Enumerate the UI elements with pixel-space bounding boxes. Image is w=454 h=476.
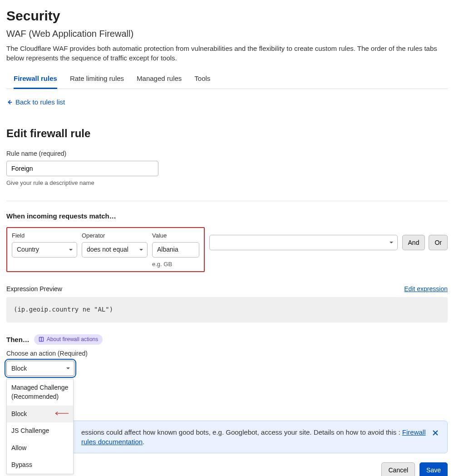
rule-name-label: Rule name (required) bbox=[6, 149, 448, 159]
close-icon bbox=[432, 429, 439, 436]
action-option-bypass[interactable]: Bypass bbox=[7, 456, 73, 474]
action-option-managed-challenge[interactable]: Managed Challenge (Recommended) bbox=[7, 379, 73, 405]
value-example: e.g. GB bbox=[152, 260, 199, 268]
annotation-arrow-icon bbox=[53, 410, 69, 419]
edit-expression-link[interactable]: Edit expression bbox=[404, 285, 448, 294]
or-button[interactable]: Or bbox=[429, 235, 448, 250]
cancel-button[interactable]: Cancel bbox=[381, 462, 415, 476]
page-description: The Cloudflare WAF provides both automat… bbox=[6, 44, 447, 63]
rule-name-help: Give your rule a descriptive name bbox=[6, 179, 448, 187]
save-button[interactable]: Save bbox=[419, 462, 448, 476]
field-label: Field bbox=[12, 232, 77, 240]
action-dropdown: Managed Challenge (Recommended) Block JS… bbox=[6, 379, 74, 474]
and-button[interactable]: And bbox=[402, 235, 425, 250]
expression-preview-label: Expression Preview bbox=[6, 285, 62, 294]
back-to-rules-link[interactable]: Back to rules list bbox=[6, 97, 65, 107]
chevron-down-icon bbox=[139, 248, 143, 252]
field-select[interactable]: Country bbox=[12, 242, 77, 258]
page-title: Security bbox=[6, 6, 448, 25]
tab-firewall-rules[interactable]: Firewall rules bbox=[14, 70, 57, 89]
value-label: Value bbox=[152, 232, 199, 240]
arrow-left-icon bbox=[6, 99, 13, 105]
banner-close-button[interactable] bbox=[430, 427, 441, 441]
back-link-label: Back to rules list bbox=[15, 97, 65, 107]
action-option-js-challenge[interactable]: JS Challenge bbox=[7, 422, 73, 440]
then-heading: Then… bbox=[6, 335, 30, 344]
tabs-bar: Firewall rules Rate limiting rules Manag… bbox=[6, 70, 448, 89]
value-select[interactable]: Albania bbox=[152, 242, 199, 258]
badge-label: About firewall actions bbox=[47, 336, 98, 343]
section-divider bbox=[6, 201, 448, 201]
operator-value: does not equal bbox=[87, 245, 128, 254]
operator-select[interactable]: does not equal bbox=[82, 242, 148, 258]
book-icon bbox=[39, 337, 44, 342]
rule-builder-row: Field Country Operator does not equal Va… bbox=[6, 227, 448, 272]
choose-action-label: Choose an action (Required) bbox=[6, 349, 448, 358]
rule-highlight-box: Field Country Operator does not equal Va… bbox=[6, 227, 205, 272]
value-wide-select[interactable] bbox=[209, 235, 398, 250]
edit-rule-heading: Edit firewall rule bbox=[6, 126, 448, 141]
action-option-block[interactable]: Block bbox=[7, 406, 73, 423]
field-value: Country bbox=[17, 245, 39, 254]
action-option-allow[interactable]: Allow bbox=[7, 440, 73, 457]
action-selected-value: Block bbox=[11, 364, 27, 373]
banner-text: essions could affect how known good bots… bbox=[13, 427, 430, 446]
operator-label: Operator bbox=[82, 232, 148, 240]
rule-name-input[interactable] bbox=[6, 161, 158, 176]
about-actions-badge[interactable]: About firewall actions bbox=[34, 334, 103, 345]
value-value: Albania bbox=[157, 245, 178, 254]
chevron-down-icon bbox=[69, 248, 73, 252]
chevron-down-icon bbox=[389, 240, 394, 245]
option-label: Block bbox=[11, 410, 27, 417]
tab-rate-limiting[interactable]: Rate limiting rules bbox=[70, 70, 124, 89]
expression-code: (ip.geoip.country ne "AL") bbox=[6, 297, 448, 322]
chevron-down-icon bbox=[66, 366, 70, 371]
page-subtitle: WAF (Web Application Firewall) bbox=[6, 27, 448, 40]
tab-managed-rules[interactable]: Managed rules bbox=[137, 70, 182, 89]
action-select[interactable]: Block bbox=[6, 361, 74, 376]
match-section-heading: When incoming requests match… bbox=[6, 211, 448, 221]
tab-tools[interactable]: Tools bbox=[194, 70, 210, 89]
